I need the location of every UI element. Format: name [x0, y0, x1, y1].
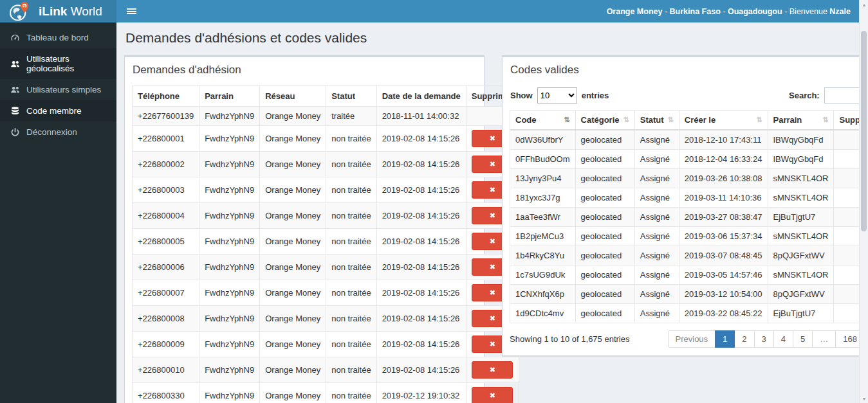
user-name: Nzale: [829, 7, 851, 16]
created-cell: 2019-03-22 08:45:22: [679, 304, 768, 323]
top-navbar: $ iLink World Orange Money - Burkina Fas…: [0, 0, 859, 22]
category-cell: geolocated: [575, 208, 634, 227]
delete-cell: [834, 130, 859, 150]
parrain-cell: FwdhzYphN9: [199, 203, 260, 229]
status-cell: non traitée: [326, 383, 376, 403]
created-cell: 2019-03-11 14:10:36: [679, 188, 768, 208]
search-input[interactable]: [824, 87, 859, 103]
sidebar-item-label: Utilisateurs géolocalisés: [26, 54, 107, 73]
scroll-up-icon[interactable]: ▲: [860, 0, 868, 9]
network-cell: Orange Money: [260, 306, 326, 332]
parrain-cell: FwdhzYphN9: [199, 306, 260, 332]
status-cell: non traitée: [326, 177, 376, 203]
status-cell: non traitée: [326, 280, 376, 306]
created-cell: 2019-03-06 15:37:34: [679, 227, 768, 246]
sidebar-item-geolocated-users[interactable]: Utilisateurs géolocalisés: [0, 48, 116, 79]
delete-cell: [834, 304, 859, 323]
sort-icon: ⇅: [756, 116, 762, 124]
x-icon: ✖: [490, 366, 495, 373]
scrollbar-track[interactable]: ▲ ▼: [859, 0, 868, 403]
delete-button[interactable]: ✖: [472, 361, 513, 379]
table-row: +226800005 FwdhzYphN9 Orange Money non t…: [133, 229, 519, 255]
parrain-cell: FwdhzYphN9: [199, 357, 260, 383]
sidebar-item-label: Tableau de bord: [26, 33, 89, 42]
column-header-status[interactable]: Statut⇅: [634, 111, 679, 130]
column-header-network: Réseau: [260, 86, 326, 107]
delete-cell: [834, 208, 859, 227]
sidebar-item-label: Utilisateurs simples: [26, 85, 101, 94]
x-icon: ✖: [490, 186, 495, 193]
code-cell: 1c7sUG9dUk: [510, 265, 576, 285]
x-icon: ✖: [490, 160, 495, 168]
x-icon: ✖: [490, 263, 495, 271]
sidebar-item-member-code[interactable]: Code membre: [0, 100, 116, 121]
column-header-parrain[interactable]: Parrain⇅: [768, 111, 834, 130]
column-header-category[interactable]: Catégorie⇅: [575, 111, 634, 130]
created-cell: 2019-03-05 14:57:46: [679, 265, 768, 285]
page-length-control: Show 10 entries: [510, 87, 609, 103]
status-cell: Assigné: [634, 227, 679, 246]
delete-cell: [834, 265, 859, 285]
search-control: Search:: [789, 87, 859, 103]
page-button-5[interactable]: 5: [793, 330, 813, 348]
code-cell: 1CNXhfqX6p: [510, 285, 576, 304]
category-cell: geolocated: [575, 227, 634, 246]
status-cell: non traitée: [326, 332, 376, 357]
code-cell: 0FFhBudOOm: [510, 150, 576, 169]
x-icon: ✖: [490, 134, 495, 142]
column-header-phone: Téléphone: [133, 86, 199, 107]
parrain-cell: IBWqyGbqFd: [768, 150, 834, 169]
scrollbar-thumb[interactable]: [861, 31, 867, 231]
column-header-code[interactable]: Code⇅: [510, 111, 576, 130]
status-cell: non traitée: [326, 203, 376, 229]
category-cell: geolocated: [575, 285, 634, 304]
scroll-down-icon[interactable]: ▼: [860, 394, 868, 403]
table-row: 1d9CDtc4mv geolocated Assigné 2019-03-22…: [510, 304, 860, 323]
page-length-select[interactable]: 10: [537, 87, 577, 103]
parrain-cell: FwdhzYphN9: [199, 126, 260, 152]
network-cell: Orange Money: [260, 229, 326, 255]
x-icon: ✖: [490, 211, 495, 219]
column-header-created[interactable]: Créer le⇅: [679, 111, 768, 130]
table-row: +226800010 FwdhzYphN9 Orange Money non t…: [133, 357, 519, 383]
page-prev-button[interactable]: Previous: [668, 330, 716, 348]
hamburger-icon: [127, 7, 136, 15]
status-cell: non traitée: [326, 126, 376, 152]
status-cell: Assigné: [634, 208, 679, 227]
delete-cell: [834, 285, 859, 304]
code-cell: 1d9CDtc4mv: [510, 304, 576, 323]
category-cell: geolocated: [575, 150, 634, 169]
page-button-2[interactable]: 2: [734, 330, 754, 348]
sort-icon: ⇅: [822, 116, 828, 124]
date-cell: 2019-02-12 19:10:32: [376, 383, 466, 403]
page-button-4[interactable]: 4: [773, 330, 793, 348]
requests-table: Téléphone Parrain Réseau Statut Date de …: [132, 85, 519, 403]
delete-button[interactable]: ✖: [472, 387, 513, 403]
table-row: 1aaTee3fWr geolocated Assigné 2019-03-27…: [510, 208, 860, 227]
page-button-168[interactable]: 168: [835, 330, 859, 348]
category-cell: geolocated: [575, 188, 634, 208]
table-row: +226800330 FwdhzYphN9 Orange Money non t…: [133, 383, 519, 403]
status-cell: Assigné: [634, 304, 679, 323]
sidebar-item-dashboard[interactable]: Tableau de bord: [0, 27, 116, 48]
x-icon: ✖: [490, 314, 495, 322]
column-header-delete[interactable]: Supprimer⇅: [834, 111, 859, 130]
network-cell: Orange Money: [260, 357, 326, 383]
codes-panel-title: Codes valides: [503, 57, 859, 82]
page-button-1[interactable]: 1: [715, 330, 735, 348]
table-row: +226800008 FwdhzYphN9 Orange Money non t…: [133, 306, 519, 332]
search-label: Search:: [789, 91, 820, 100]
brand-link[interactable]: $ iLink World: [0, 0, 116, 22]
page-button-3[interactable]: 3: [754, 330, 774, 348]
table-row: +226800006 FwdhzYphN9 Orange Money non t…: [133, 255, 519, 280]
status-cell: Assigné: [634, 150, 679, 169]
parrain-cell: FwdhzYphN9: [199, 177, 260, 203]
parrain-cell: 8pQJGFxtWV: [768, 285, 834, 304]
sidebar-item-simple-users[interactable]: Utilisateurs simples: [0, 79, 116, 100]
category-cell: geolocated: [575, 246, 634, 265]
sidebar-item-logout[interactable]: Déconnexion: [0, 121, 116, 143]
status-cell: non traitée: [326, 255, 376, 280]
created-cell: 2019-03-27 08:38:47: [679, 208, 768, 227]
hamburger-menu-button[interactable]: [116, 0, 147, 22]
parrain-cell: EjBuTjgtU7: [768, 304, 834, 323]
